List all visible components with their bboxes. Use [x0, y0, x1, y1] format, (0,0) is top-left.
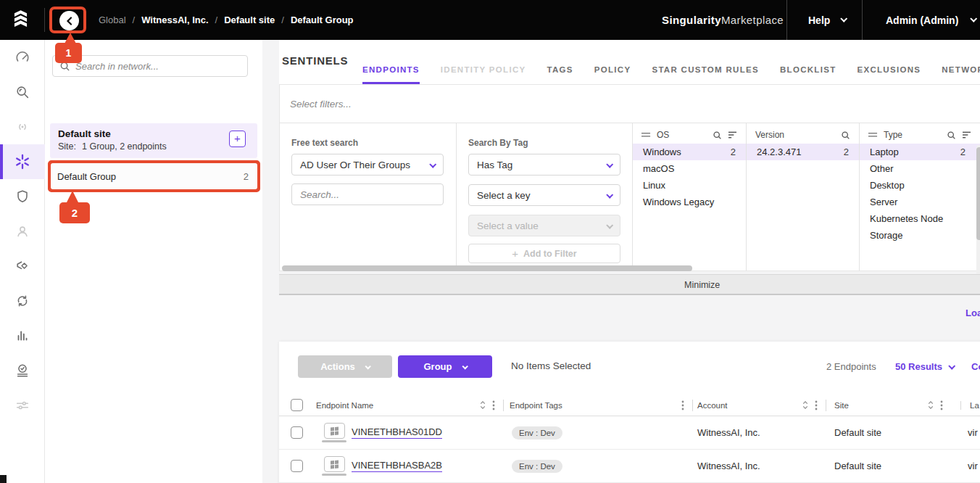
tab-policy[interactable]: POLICY [594, 65, 631, 84]
facet-version: Version 24.2.3.4712 [746, 123, 859, 271]
select-all-checkbox[interactable] [291, 399, 303, 411]
facet-item-desktop[interactable]: Desktop [860, 177, 980, 194]
network-panel: Back To WitnessAI, Inc. Default site Sit… [45, 40, 262, 483]
tag-key-dropdown[interactable]: Select a key [468, 184, 620, 206]
search-icon[interactable] [713, 131, 722, 140]
free-text-search-input[interactable] [291, 183, 444, 205]
facet-item-windows[interactable]: Windows2 [633, 144, 746, 160]
facet-item-macos[interactable]: macOS [633, 160, 746, 177]
sidebar-item-dashboard[interactable] [0, 40, 45, 75]
tab-blocklist[interactable]: BLOCKLIST [780, 65, 836, 84]
header-last[interactable]: La [960, 401, 980, 410]
facet-item-other[interactable]: Other [860, 160, 980, 177]
sidebar-item-visibility[interactable] [0, 75, 45, 110]
tab-endpoints[interactable]: ENDPOINTS [362, 65, 420, 84]
facet-item-kubernetes-node[interactable]: Kubernetes Node [860, 210, 980, 227]
network-search-input[interactable] [75, 61, 241, 72]
column-divider [960, 401, 961, 410]
tabs: ENDPOINTS IDENTITY POLICY TAGS POLICY ST… [362, 40, 980, 84]
site-card[interactable]: Default site Site:1 Group, 2 endpoints + [50, 123, 257, 158]
sort-icon[interactable] [728, 131, 737, 139]
search-icon[interactable] [947, 131, 956, 140]
column-divider [826, 400, 826, 411]
tab-tags[interactable]: TAGS [547, 65, 573, 84]
facet-item-laptop[interactable]: Laptop2 [860, 144, 980, 160]
tab-identity-policy[interactable]: IDENTITY POLICY [441, 65, 526, 84]
facet-item-storage[interactable]: Storage [860, 227, 980, 244]
row-checkbox[interactable] [291, 426, 303, 439]
tab-network-control[interactable]: NETWORK CONT [942, 65, 980, 84]
sidebar-item-sync[interactable] [0, 284, 45, 318]
table-row: VINEETHBHASBA2B Env : Dev WitnessAI, Inc… [279, 450, 980, 483]
breadcrumb-separator: / [215, 15, 218, 25]
bar-chart-icon [14, 328, 30, 344]
drag-handle-icon[interactable] [868, 132, 878, 138]
tab-star-custom-rules[interactable]: STAR CUSTOM RULES [652, 65, 759, 84]
sidebar-item-users[interactable] [0, 214, 45, 249]
sidebar-item-reports[interactable] [0, 318, 45, 353]
account-cell: WitnessAI, Inc. [697, 427, 760, 438]
corner-artifact [0, 475, 7, 483]
windows-laptop-icon [322, 423, 346, 442]
facet-item-label: Kubernetes Node [870, 213, 943, 224]
columns-link[interactable]: Co [971, 361, 980, 372]
sort-icon[interactable] [928, 400, 934, 410]
sort-icon[interactable] [962, 131, 971, 139]
actions-button[interactable]: Actions [298, 355, 392, 378]
add-group-button[interactable]: + [229, 131, 246, 147]
chevron-down-icon [971, 15, 978, 22]
sidebar-item-tags[interactable] [0, 249, 45, 284]
column-divider [503, 400, 504, 411]
user-menu[interactable]: Admin (Admin) [886, 0, 976, 40]
last-cell: vir [968, 427, 978, 438]
chevron-down-icon [841, 15, 848, 22]
drag-handle-icon[interactable] [641, 132, 651, 138]
free-text-type-dropdown[interactable]: AD User Or Their Groups [291, 154, 444, 176]
help-menu[interactable]: Help [808, 0, 846, 40]
facet-type-header: Type [860, 128, 980, 142]
sort-icon[interactable] [802, 400, 808, 410]
breadcrumb-account[interactable]: WitnessAI, Inc. [141, 15, 208, 25]
sidebar-item-network[interactable] [0, 110, 45, 144]
header-account[interactable]: Account [692, 400, 826, 410]
facet-item-version[interactable]: 24.2.3.4712 [747, 144, 859, 160]
sidebar-item-tasks[interactable] [0, 353, 45, 388]
column-menu-icon[interactable] [940, 400, 943, 410]
sidebar-item-sentinels[interactable] [0, 144, 45, 179]
tab-exclusions[interactable]: EXCLUSIONS [857, 65, 921, 84]
header-endpoint-tags[interactable]: Endpoint Tags [503, 400, 692, 410]
endpoint-name-link[interactable]: VINEETHBHASBA2B [352, 460, 442, 472]
vertical-scrollbar[interactable] [976, 147, 980, 240]
group-button[interactable]: Group [398, 355, 492, 378]
breadcrumb-global[interactable]: Global [99, 15, 126, 25]
tag-value-dropdown: Select a value [468, 215, 620, 236]
results-per-page-dropdown[interactable]: 50 Results [895, 361, 954, 372]
facet-title: Version [755, 130, 784, 140]
search-icon[interactable] [841, 131, 850, 140]
load-link[interactable]: Loa [966, 307, 980, 318]
filter-bar-placeholder: Select filters... [290, 99, 352, 110]
filter-bar[interactable]: Select filters... [280, 85, 980, 123]
add-to-filter-button[interactable]: + Add to Filter [468, 244, 620, 263]
sort-icon[interactable] [480, 400, 486, 410]
horizontal-scrollbar[interactable] [282, 265, 692, 271]
header-endpoint-name[interactable]: Endpoint Name [316, 400, 503, 410]
header-site[interactable]: Site [826, 400, 960, 410]
row-checkbox[interactable] [291, 460, 303, 472]
minimize-bar[interactable]: Minimize [279, 274, 980, 295]
sidebar-item-settings[interactable] [0, 388, 45, 423]
facet-item-server[interactable]: Server [860, 194, 980, 210]
monitor-check-icon [14, 363, 30, 379]
table-row: VINEETHBHAS01DD Env : Dev WitnessAI, Inc… [279, 416, 980, 450]
sidebar-item-policy[interactable] [0, 179, 45, 214]
column-menu-icon[interactable] [681, 400, 684, 410]
tag-operator-dropdown[interactable]: Has Tag [468, 154, 620, 176]
facet-item-windows-legacy[interactable]: Windows Legacy [633, 194, 746, 210]
breadcrumb-group: Default Group [291, 15, 354, 25]
breadcrumb-site[interactable]: Default site [224, 15, 275, 25]
facet-item-label: Windows [643, 146, 681, 157]
column-menu-icon[interactable] [815, 400, 818, 410]
column-menu-icon[interactable] [492, 400, 495, 410]
endpoint-name-link[interactable]: VINEETHBHAS01DD [352, 426, 442, 439]
facet-item-linux[interactable]: Linux [633, 177, 746, 194]
